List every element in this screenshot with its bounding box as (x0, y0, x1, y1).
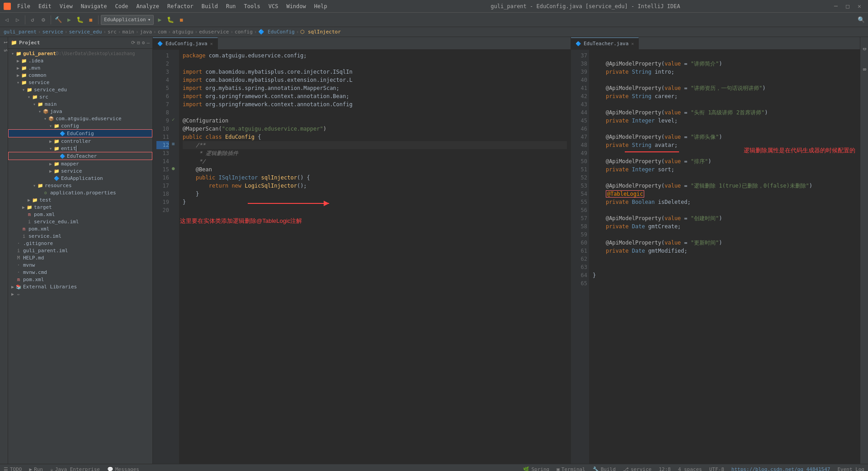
expand-arrow[interactable]: ▾ (48, 146, 53, 151)
tree-item-gitignore[interactable]: · .gitignore (8, 240, 152, 247)
menu-bar[interactable]: File Edit View Navigate Code Analyze Ref… (14, 2, 331, 10)
breadcrumb-root[interactable]: guli_parent (4, 29, 37, 35)
forward-button[interactable]: ▷ (13, 15, 23, 25)
menu-analyze[interactable]: Analyze (132, 2, 163, 10)
expand-arrow[interactable]: ▾ (42, 116, 48, 121)
tree-item-guli-parent-iml[interactable]: i guli_parent.iml (8, 247, 152, 254)
tree-item-pom-service-edu[interactable]: m pom.xml (8, 211, 152, 218)
csdn-link[interactable]: https://blog.csdn.net/qq_44841547 (731, 466, 830, 471)
debug-button[interactable]: 🐛 (75, 15, 85, 25)
right-code-editor[interactable]: @ApiModelProperty(value = "讲师简介") privat… (589, 50, 860, 464)
tree-item-resources[interactable]: ▾ 📁 resources (8, 182, 152, 189)
run-config-debug[interactable]: 🐛 (165, 15, 175, 25)
tree-item-eduteacher[interactable]: 🔷 EduTeacher (8, 152, 152, 160)
menu-view[interactable]: View (56, 2, 76, 10)
tree-item-src[interactable]: ▾ 📁 src (8, 93, 152, 100)
tree-item-guli-parent[interactable]: ▾ 📁 guli_parent D:\UserData\Desktop\xiao… (8, 50, 152, 57)
expand-arrow[interactable]: ▶ (48, 161, 53, 166)
expand-arrow[interactable]: ▾ (15, 80, 21, 85)
settings-button[interactable]: ⚙ (38, 15, 48, 25)
tree-item-package[interactable]: ▾ 📦 com.atguigu.eduservice (8, 115, 152, 122)
tree-item-target[interactable]: ▶ 📁 target (8, 203, 152, 211)
back-button[interactable]: ◁ (2, 15, 12, 25)
expand-arrow[interactable]: ▾ (21, 87, 26, 92)
collapse-icon[interactable]: ⊟ (137, 40, 140, 46)
project-tool[interactable]: 1 (0, 39, 8, 46)
tree-item-idea[interactable]: ▶ 📁 .idea (8, 57, 152, 64)
breadcrumb-com[interactable]: com (158, 29, 167, 35)
build-item[interactable]: 🔧 Build (593, 466, 616, 471)
window-controls[interactable]: ─ □ ✕ (831, 1, 864, 11)
tree-item-common[interactable]: ▶ 📁 common (8, 71, 152, 79)
database-tool[interactable]: D (862, 48, 867, 50)
sync-icon[interactable]: ⟳ (131, 40, 135, 46)
maximize-button[interactable]: □ (843, 1, 853, 11)
expand-arrow[interactable]: ▶ (26, 198, 32, 203)
menu-run[interactable]: Run (222, 2, 240, 10)
tree-item-test[interactable]: ▶ 📁 test (8, 196, 152, 203)
tree-item-mvnw-cmd[interactable]: · mvnw.cmd (8, 268, 152, 276)
tab-close-button[interactable]: ✕ (210, 41, 213, 46)
tree-item-entity[interactable]: ▾ 📁 entit | (8, 145, 152, 152)
run-config-dropdown[interactable]: EduApplication ▾ (101, 15, 154, 25)
expand-arrow[interactable]: ▶ (10, 284, 15, 289)
breadcrumb-eduservice[interactable]: eduservice (199, 29, 229, 35)
build-button[interactable]: 🔨 (53, 15, 63, 25)
breadcrumb-src[interactable]: src (108, 29, 117, 35)
menu-file[interactable]: File (14, 2, 34, 10)
search-everywhere[interactable]: 🔍 (856, 15, 866, 25)
menu-vcs[interactable]: VCS (265, 2, 282, 10)
tree-item-app-props[interactable]: ⚙ application.properties (8, 189, 152, 196)
breadcrumb-sqlinjector[interactable]: ⬡ sqlInjector (300, 29, 340, 35)
menu-code[interactable]: Code (112, 2, 132, 10)
refresh-button[interactable]: ↺ (28, 15, 38, 25)
menu-refactor[interactable]: Refactor (164, 2, 197, 10)
breadcrumb-educonfig[interactable]: 🔷 EduConfig (258, 29, 294, 35)
breadcrumb-java[interactable]: java (140, 29, 152, 35)
tree-item-pom-root[interactable]: m pom.xml (8, 276, 152, 283)
menu-navigate[interactable]: Navigate (77, 2, 111, 10)
menu-help[interactable]: Help (311, 2, 331, 10)
breadcrumb-service-edu[interactable]: service_edu (69, 29, 102, 35)
stop-button[interactable]: ◼ (86, 15, 96, 25)
tab-educonfig[interactable]: 🔷 EduConfig.java ✕ (153, 38, 218, 49)
java-enterprise-item[interactable]: ☕ Java Enterprise (50, 466, 100, 471)
tree-item-main[interactable]: ▾ 📁 main (8, 100, 152, 108)
expand-arrow[interactable]: ▾ (32, 102, 37, 107)
expand-arrow[interactable]: ▶ (48, 169, 53, 174)
close-panel-icon[interactable]: — (146, 40, 150, 46)
tab-eduteacher[interactable]: 🔷 EduTeacher.java ✕ (571, 38, 639, 49)
tree-item-pom-service[interactable]: m pom.xml (8, 225, 152, 232)
spring-item[interactable]: 🌿 Spring (523, 466, 549, 471)
tree-item-mvnw[interactable]: · mvnw (8, 261, 152, 268)
breadcrumb-main[interactable]: main (122, 29, 134, 35)
tree-item-mapper[interactable]: ▶ 📁 mapper (8, 160, 152, 167)
run-button[interactable]: ▶ (64, 15, 74, 25)
expand-arrow[interactable]: ▶ (15, 73, 21, 78)
event-log[interactable]: Event Log (837, 466, 864, 471)
expand-arrow[interactable]: ▾ (37, 109, 42, 114)
run-item[interactable]: ▶ Run (29, 466, 43, 471)
tree-item-controller[interactable]: ▶ 📁 controller (8, 137, 152, 145)
tree-item-scratches[interactable]: ▶ ✏ (8, 290, 152, 297)
breadcrumb-config[interactable]: config (235, 29, 253, 35)
terminal-item[interactable]: ▣ Terminal (557, 466, 585, 471)
expand-arrow[interactable]: ▶ (48, 139, 53, 144)
expand-arrow[interactable]: ▾ (32, 183, 37, 188)
expand-arrow[interactable]: ▾ (10, 51, 15, 56)
menu-build[interactable]: Build (198, 2, 222, 10)
todo-item[interactable]: ☰ TODO (4, 466, 22, 471)
tree-item-service-iml[interactable]: i service.iml (8, 232, 152, 240)
run-config-run[interactable]: ▶ (155, 15, 165, 25)
git-branch-item[interactable]: ⎇ service (623, 466, 651, 471)
tree-item-service2[interactable]: ▶ 📁 service (8, 167, 152, 174)
tree-item-service[interactable]: ▾ 📁 service (8, 79, 152, 86)
tree-item-ext-libs[interactable]: ▶ 📚 External Libraries (8, 283, 152, 290)
breadcrumb-atguigu[interactable]: atguigu (172, 29, 193, 35)
expand-arrow[interactable]: ▾ (26, 94, 32, 99)
tree-item-config[interactable]: ▾ 📁 config (8, 122, 152, 129)
bean-validation-tool[interactable]: B (862, 68, 867, 71)
settings-icon[interactable]: ⚙ (142, 40, 145, 46)
tree-item-mvn[interactable]: ▶ 📁 .mvn (8, 64, 152, 71)
project-header-actions[interactable]: ⟳ ⊟ ⚙ — (131, 40, 150, 46)
